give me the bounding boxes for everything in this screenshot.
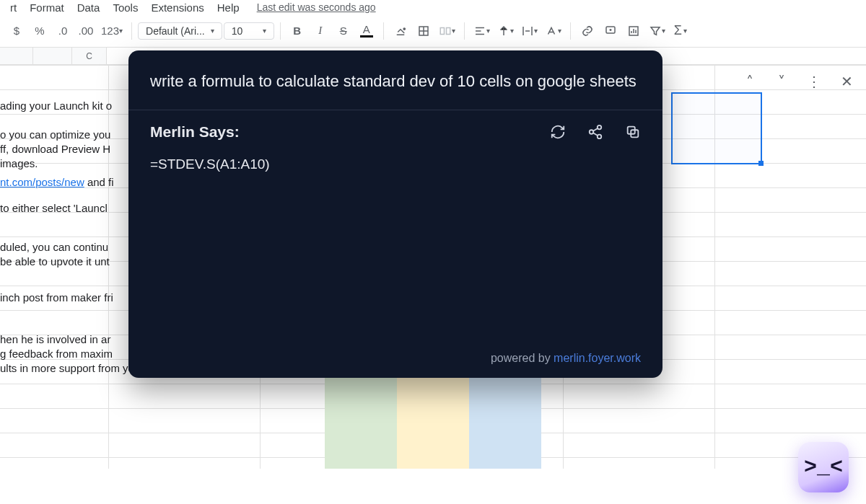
svg-point-8 (598, 135, 602, 139)
fill-color-button[interactable] (390, 20, 411, 42)
share-icon[interactable] (587, 124, 603, 140)
svg-rect-3 (446, 27, 450, 34)
number-format-button[interactable]: 123▾ (98, 20, 126, 42)
insert-comment-button[interactable] (600, 20, 621, 42)
select-all-corner[interactable] (0, 48, 33, 64)
menu-data[interactable]: Data (77, 1, 100, 14)
merlin-popup: write a formula to calculate standard de… (128, 50, 662, 378)
selected-cell[interactable] (671, 92, 762, 164)
column-header-c[interactable]: C (72, 48, 107, 64)
functions-button[interactable]: Σ▾ (670, 20, 691, 42)
insert-link-button[interactable] (577, 20, 598, 42)
separator (383, 22, 384, 40)
text-wrap-button[interactable]: ▾ (518, 20, 541, 42)
merlin-answer: =STDEV.S(A1:A10) (150, 156, 641, 172)
last-edit-label[interactable]: Last edit was seconds ago (257, 1, 376, 13)
toolbar: $ % .0 .00 123▾ Default (Ari...▾ 10▾ B I… (0, 14, 866, 48)
cell-text: nt.com/posts/new and fi (0, 176, 114, 188)
increase-decimal-button[interactable]: .00 (75, 20, 97, 42)
bold-button[interactable]: B (287, 20, 308, 42)
link-text[interactable]: nt.com/posts/new (0, 176, 84, 188)
borders-button[interactable] (413, 20, 434, 42)
cell-text: to either select 'Launcl (0, 202, 108, 214)
copy-icon[interactable] (625, 124, 641, 140)
decrease-decimal-button[interactable]: .0 (52, 20, 74, 42)
merlin-heading: Merlin Says: (150, 123, 550, 141)
column-header[interactable] (33, 48, 72, 64)
strikethrough-button[interactable]: S (333, 20, 354, 42)
menu-format[interactable]: Format (30, 1, 64, 14)
separator (570, 22, 571, 40)
text-rotation-button[interactable]: ▾ (542, 20, 564, 42)
menu-help[interactable]: Help (217, 1, 240, 14)
separator (280, 22, 281, 40)
vertical-align-button[interactable]: ▾ (494, 20, 517, 42)
text-color-button[interactable]: A (356, 20, 377, 42)
cell-text: ff, download Preview H (0, 143, 110, 155)
menu-insert[interactable]: rt (10, 1, 17, 14)
cell-text: hen he is involved in ar (0, 333, 110, 345)
horizontal-align-button[interactable]: ▾ (471, 20, 493, 42)
cell-text: inch post from maker fri (0, 291, 113, 304)
svg-rect-2 (440, 27, 444, 34)
menu-tools[interactable]: Tools (113, 1, 138, 14)
insert-chart-button[interactable] (623, 20, 644, 42)
svg-point-6 (598, 125, 602, 130)
currency-button[interactable]: $ (6, 20, 27, 42)
filter-button[interactable]: ▾ (646, 20, 668, 42)
svg-point-7 (590, 130, 594, 134)
svg-point-0 (403, 27, 405, 29)
cell-text: images. (0, 157, 38, 169)
divider (128, 110, 662, 110)
merlin-fab[interactable]: >_< (798, 442, 849, 492)
cell-text: g feedback from maxim (0, 348, 113, 360)
menu-bar: rt Format Data Tools Extensions Help Las… (0, 0, 866, 14)
cell-text: ading your Launch kit o (0, 100, 112, 112)
cell-text: o you can optimize you (0, 128, 110, 141)
merge-cells-button[interactable]: ▾ (436, 20, 458, 42)
italic-button[interactable]: I (310, 20, 331, 42)
menu-extensions[interactable]: Extensions (151, 1, 204, 14)
separator (464, 22, 465, 40)
merlin-query-text: write a formula to calculate standard de… (150, 69, 641, 94)
merlin-link[interactable]: merlin.foyer.work (554, 352, 641, 364)
percent-button[interactable]: % (29, 20, 51, 42)
cell-text: duled, you can continu (0, 241, 108, 253)
refresh-icon[interactable] (550, 124, 566, 140)
merlin-footer: powered by merlin.foyer.work (150, 352, 641, 365)
font-name-select[interactable]: Default (Ari...▾ (138, 22, 222, 40)
separator (131, 22, 132, 40)
cell-text: be able to upvote it unt (0, 255, 110, 268)
font-size-select[interactable]: 10▾ (224, 22, 274, 40)
merlin-fab-glyph: >_< (804, 455, 843, 479)
